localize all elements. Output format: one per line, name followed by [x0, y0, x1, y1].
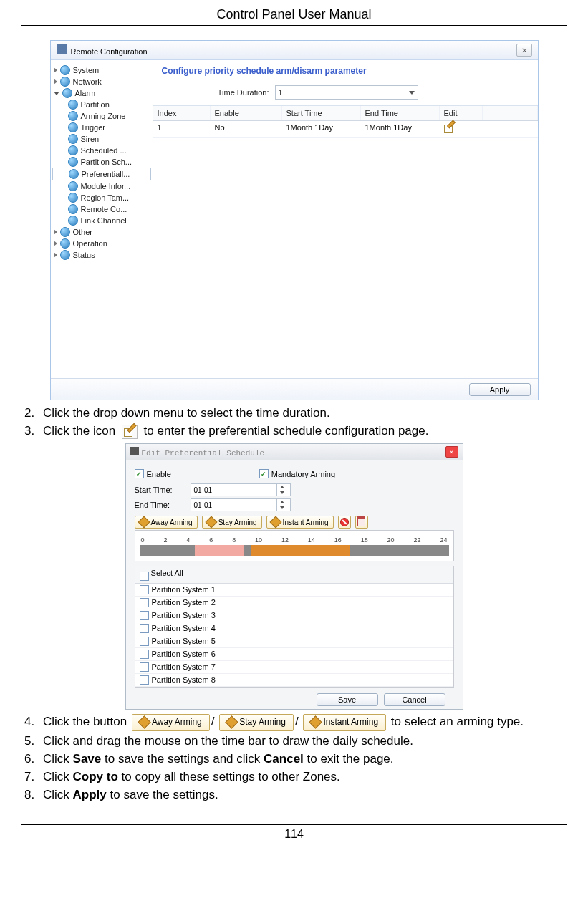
timeline-bar[interactable]: [140, 545, 449, 556]
apply-button[interactable]: Apply: [469, 383, 531, 396]
instant-arming-button[interactable]: Instant Arming: [266, 516, 334, 529]
step-2: 2.Click the drop down menu to select the…: [21, 405, 567, 421]
window-titlebar: Remote Configuration ✕: [51, 41, 538, 60]
partition-label: Partition System 2: [152, 598, 216, 607]
globe-icon: [69, 169, 79, 179]
tree-item-child[interactable]: Link Channel: [52, 215, 151, 226]
tree-item-child[interactable]: Partition Sch...: [52, 156, 151, 168]
partition-row[interactable]: Partition System 4: [135, 622, 453, 635]
tree-item-child[interactable]: Siren: [52, 133, 151, 145]
tree-item-status[interactable]: Status: [52, 249, 151, 261]
timeline-ticks: 024681012141618202224: [140, 536, 449, 544]
tree-item-child[interactable]: Arming Zone: [52, 110, 151, 122]
delete-button[interactable]: [355, 516, 368, 529]
pencil-icon: [138, 716, 150, 729]
panel-heading: Configure priority schedule arm/disarm p…: [153, 60, 538, 79]
col-enable: Enable: [211, 106, 282, 120]
col-index: Index: [153, 106, 211, 120]
expand-icon[interactable]: [54, 241, 57, 246]
dialog-title: Edit Preferential Schedule: [142, 449, 265, 458]
timeline-segment[interactable]: [251, 545, 350, 556]
expand-icon[interactable]: [54, 79, 57, 85]
partition-row[interactable]: Partition System 8: [135, 674, 453, 687]
tree-item-alarm[interactable]: Alarm: [52, 87, 151, 99]
edit-icon[interactable]: [444, 123, 454, 133]
globe-icon: [68, 157, 78, 167]
tree-item-system[interactable]: System: [52, 64, 151, 76]
tick-label: 10: [255, 536, 262, 544]
tree-item-child[interactable]: Region Tam...: [52, 192, 151, 203]
trash-icon: [357, 518, 365, 526]
tick-label: 18: [361, 536, 368, 544]
partition-row[interactable]: Partition System 5: [135, 635, 453, 648]
globe-icon: [68, 111, 78, 121]
checkbox-label: Mandatory Arming: [271, 470, 335, 478]
partition-row[interactable]: Partition System 7: [135, 661, 453, 674]
tick-label: 2: [163, 536, 167, 544]
partition-row[interactable]: Partition System 3: [135, 609, 453, 622]
input-value: 01-01: [194, 501, 213, 509]
end-time-label: End Time:: [135, 501, 185, 509]
tree-label: Partition Sch...: [81, 158, 132, 166]
expand-icon[interactable]: [54, 229, 57, 235]
globe-icon: [60, 227, 70, 237]
checkbox-icon: [140, 662, 149, 672]
select-all-row[interactable]: Select All: [135, 566, 453, 584]
start-time-label: Start Time:: [135, 486, 185, 494]
partition-row[interactable]: Partition System 2: [135, 597, 453, 609]
tree-label: Network: [73, 77, 102, 86]
clear-button[interactable]: [338, 516, 351, 529]
save-button[interactable]: Save: [317, 693, 378, 706]
expand-icon[interactable]: [54, 252, 57, 258]
tree-item-child[interactable]: Partition: [52, 99, 151, 110]
globe-icon: [68, 100, 78, 110]
stay-arming-button[interactable]: Stay Arming: [202, 516, 262, 529]
table-header: Index Enable Start Time End Time Edit: [153, 106, 538, 121]
timeline-segment[interactable]: [195, 545, 244, 556]
time-duration-dropdown[interactable]: 1: [275, 85, 418, 100]
tree-item-child[interactable]: Scheduled ...: [52, 145, 151, 156]
close-button[interactable]: ✕: [445, 446, 458, 458]
mandatory-arming-checkbox[interactable]: Mandatory Arming: [259, 469, 335, 478]
tree-item-child[interactable]: Remote Co...: [52, 203, 151, 215]
spinner-icon[interactable]: [276, 484, 287, 496]
table-row[interactable]: 1 No 1Month 1Day 1Month 1Day: [153, 121, 538, 138]
checkbox-icon: [140, 675, 149, 685]
expand-icon[interactable]: [54, 67, 57, 73]
tree-item-child[interactable]: Module Infor...: [52, 180, 151, 192]
globe-icon: [68, 216, 78, 226]
tree-item-child[interactable]: Preferentiall...: [52, 168, 151, 180]
partition-label: Partition System 1: [152, 585, 216, 594]
tree-item-network[interactable]: Network: [52, 76, 151, 87]
end-time-input[interactable]: 01-01: [191, 498, 291, 511]
chevron-down-icon: [409, 91, 415, 95]
checkbox-icon: [140, 650, 149, 659]
cancel-button[interactable]: Cancel: [384, 693, 445, 706]
tick-label: 14: [308, 536, 315, 544]
tree-item-other[interactable]: Other: [52, 226, 151, 238]
navigation-tree[interactable]: System Network Alarm PartitionArming Zon…: [51, 60, 153, 378]
page-header: Control Panel User Manual: [21, 7, 567, 26]
partition-row[interactable]: Partition System 6: [135, 648, 453, 661]
tick-label: 0: [141, 536, 145, 544]
start-time-input[interactable]: 01-01: [191, 483, 291, 496]
tick-label: 6: [209, 536, 213, 544]
tree-label: Other: [73, 228, 93, 236]
tree-label: Link Channel: [81, 216, 127, 225]
enable-checkbox[interactable]: Enable: [135, 469, 171, 478]
partition-label: Partition System 4: [152, 624, 216, 632]
partition-row[interactable]: Partition System 1: [135, 584, 453, 597]
collapse-icon[interactable]: [54, 92, 59, 95]
button-label: Instant Arming: [283, 519, 329, 526]
tree-item-operation[interactable]: Operation: [52, 238, 151, 249]
checkbox-label: Enable: [147, 470, 171, 478]
away-arming-button[interactable]: Away Arming: [135, 516, 198, 529]
tree-label: Remote Co...: [81, 205, 127, 213]
tree-item-child[interactable]: Trigger: [52, 122, 151, 133]
step-5: 5.Click and drag the mouse on the time b…: [21, 733, 567, 749]
checkbox-icon: [140, 637, 149, 646]
close-button[interactable]: ✕: [516, 44, 532, 57]
tree-label: Scheduled ...: [81, 146, 127, 155]
checkbox-icon: [140, 598, 149, 607]
spinner-icon[interactable]: [276, 499, 287, 511]
